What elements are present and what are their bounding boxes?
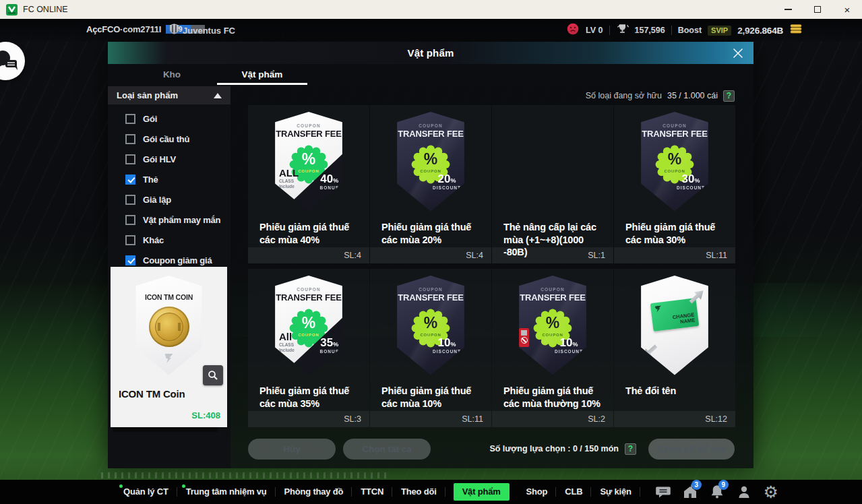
arrow-icon — [639, 342, 660, 363]
filter-row[interactable]: Vật phẩm may mắn — [108, 210, 230, 230]
nav-item[interactable]: Trung tâm nhiệm vụ — [177, 480, 276, 504]
window-controls: × — [773, 0, 862, 19]
filter-row[interactable]: Khác — [108, 230, 230, 250]
tab-kho[interactable]: Kho — [127, 64, 217, 86]
maximize-button[interactable] — [803, 0, 832, 19]
filter-row[interactable]: Gói HLV — [108, 149, 230, 169]
tab-vat-pham[interactable]: Vật phẩm — [217, 64, 307, 86]
checkbox-icon[interactable] — [125, 255, 135, 265]
filter-group-header[interactable]: Loại sản phẩm — [108, 86, 230, 104]
filter-list: GóiGói cầu thủGói HLVThẻGiả lậpVật phẩm … — [108, 104, 230, 270]
filter-group-label: Loại sản phẩm — [117, 90, 178, 100]
item-card[interactable]: COUPONTRANSFER FEE%COUPON30%DISCOUNTPhiế… — [614, 105, 735, 263]
chat-fab-button[interactable] — [0, 42, 25, 80]
item-quantity-strip: SL:12 — [614, 411, 735, 427]
discount-value: 35%BONUS — [320, 336, 339, 354]
svip-badge[interactable]: SVIP — [708, 26, 731, 36]
owned-help-button[interactable]: ? — [723, 90, 735, 102]
checkbox-icon[interactable] — [125, 175, 135, 185]
magnifier-icon — [208, 370, 218, 381]
preview-item-quantity: SL:408 — [191, 410, 220, 420]
item-card[interactable]: COUPONTRANSFER FEE%COUPON20%DISCOUNTPhiế… — [370, 105, 491, 263]
item-quantity: SL:3 — [344, 414, 361, 424]
nav-item[interactable]: CLB — [556, 480, 591, 504]
clubhouse-button[interactable]: 3 — [681, 482, 700, 501]
nav-item[interactable]: TTCN — [352, 480, 392, 504]
coin-detail — [158, 323, 181, 331]
checkbox-icon[interactable] — [125, 215, 135, 225]
minimize-button[interactable] — [773, 0, 803, 19]
item-card[interactable]: CHANGENAMEThẻ đổi tênSL:12 — [614, 269, 735, 427]
all-class-badge: ALLCLASSInclude — [279, 167, 299, 189]
modal-header: Vật phẩm — [108, 42, 753, 64]
preview-item-name: ICON TM Coin — [119, 388, 185, 400]
item-quantity-strip: SL:4 — [370, 247, 491, 263]
nav-item[interactable]: Shop — [518, 480, 557, 504]
stadium-crowd — [101, 472, 391, 478]
filter-row[interactable]: Gói — [108, 108, 230, 129]
item-quantity: SL:4 — [466, 251, 483, 260]
close-x-icon — [731, 46, 745, 60]
nav-item[interactable]: Sự kiện — [591, 480, 640, 504]
coupon-card-art: COUPONTRANSFER FEE%COUPONALLCLASSInclude… — [270, 112, 348, 214]
item-card[interactable]: Thẻ nâng cấp lại các mùa (+1~+8)(1000 -8… — [492, 105, 613, 263]
filter-row[interactable]: Giả lập — [108, 189, 230, 210]
hud-right-group: LV 0 157,596 Boost SVIP 2,926.864B — [566, 22, 803, 38]
checkbox-icon[interactable] — [125, 235, 135, 245]
items-content: Số loại đang sở hữu 35 / 1.000 cái ? COU… — [230, 86, 753, 468]
checkbox-icon[interactable] — [125, 134, 135, 144]
nav-item[interactable]: Phòng thay đồ — [276, 480, 352, 504]
chat-button[interactable] — [654, 482, 673, 501]
discount-value: 10%DISCOUNT — [433, 336, 461, 354]
item-title: Phiếu giảm giá thuế các mùa 20% — [370, 221, 491, 246]
window-title: FC ONLINE — [23, 5, 68, 14]
item-title: Phiếu giảm giá thuế các mùa 40% — [248, 221, 369, 246]
boost-label[interactable]: Boost — [678, 26, 702, 35]
divider — [609, 26, 610, 35]
notifications-button[interactable]: 9 — [708, 482, 727, 501]
item-quantity-strip: SL:11 — [614, 247, 735, 263]
cancel-button[interactable]: Hủy — [248, 439, 336, 460]
app-window: FC ONLINE × AçcFCO·com2711I 469 Juven — [0, 0, 862, 504]
gear-icon: ⚙ — [763, 484, 778, 501]
selection-help-button[interactable]: ? — [625, 443, 636, 455]
filter-row[interactable]: Gói cầu thủ — [108, 129, 230, 149]
item-card[interactable]: COUPONTRANSFER FEE%COUPONALLCLASSInclude… — [248, 105, 369, 263]
item-preview-panel: ICON TM COIN ICON TM Coin SL:408 — [111, 267, 227, 427]
select-all-button[interactable]: Chọn tất cả — [343, 439, 431, 460]
checkbox-icon[interactable] — [125, 154, 135, 164]
nav-item[interactable]: Theo dõi — [392, 480, 445, 504]
item-card[interactable]: COUPONTRANSFER FEE%COUPON10%DISCOUNTPhiế… — [370, 269, 491, 427]
selection-count-text: Số lượng lựa chọn : 0 / 150 món — [489, 444, 619, 453]
open-selected-button[interactable]: Chọn VP để mở — [648, 439, 735, 460]
club-name: Juventus FC — [183, 26, 235, 36]
item-quantity: SL:12 — [705, 414, 727, 424]
item-card-art: COUPONTRANSFER FEE%COUPONAllCLASSInclude… — [248, 269, 369, 382]
nav-icon-group: 3 9 ⚙ — [650, 482, 784, 501]
filter-label: Gói — [143, 114, 157, 124]
modal-close-button[interactable] — [722, 42, 753, 64]
checkbox-icon[interactable] — [125, 195, 135, 205]
fc-online-logo-icon — [6, 4, 18, 15]
profile-button[interactable] — [735, 482, 753, 501]
chat-bubbles-icon — [0, 42, 25, 80]
item-title: Phiếu giảm giá thuế các mùa 35% — [248, 385, 369, 410]
item-card[interactable]: COUPONTRANSFER FEE%COUPONAllCLASSInclude… — [248, 269, 369, 427]
filter-row[interactable]: Thẻ — [108, 169, 230, 189]
close-window-button[interactable]: × — [832, 0, 862, 19]
clubhouse-badge: 3 — [691, 480, 702, 490]
item-quantity: SL:11 — [706, 251, 727, 260]
item-card-art: COUPONTRANSFER FEE%COUPON10%DISCOUNT — [492, 269, 613, 382]
magnify-button[interactable] — [203, 365, 223, 385]
checkbox-icon[interactable] — [125, 114, 135, 124]
item-card-art: COUPONTRANSFER FEE%COUPON30%DISCOUNT — [614, 105, 735, 218]
club-crest-icon — [170, 24, 179, 37]
item-card[interactable]: COUPONTRANSFER FEE%COUPON10%DISCOUNTPhiế… — [492, 269, 613, 427]
settings-button[interactable]: ⚙ — [762, 482, 780, 501]
untradeable-icon — [519, 328, 529, 347]
filter-label: Vật phẩm may mắn — [143, 215, 220, 225]
nav-item[interactable]: Vật phẩm — [454, 483, 510, 501]
coins-icon — [789, 24, 803, 37]
owned-label: Số loại đang sở hữu — [586, 91, 662, 100]
nav-item[interactable]: Quản lý CT — [115, 480, 177, 504]
